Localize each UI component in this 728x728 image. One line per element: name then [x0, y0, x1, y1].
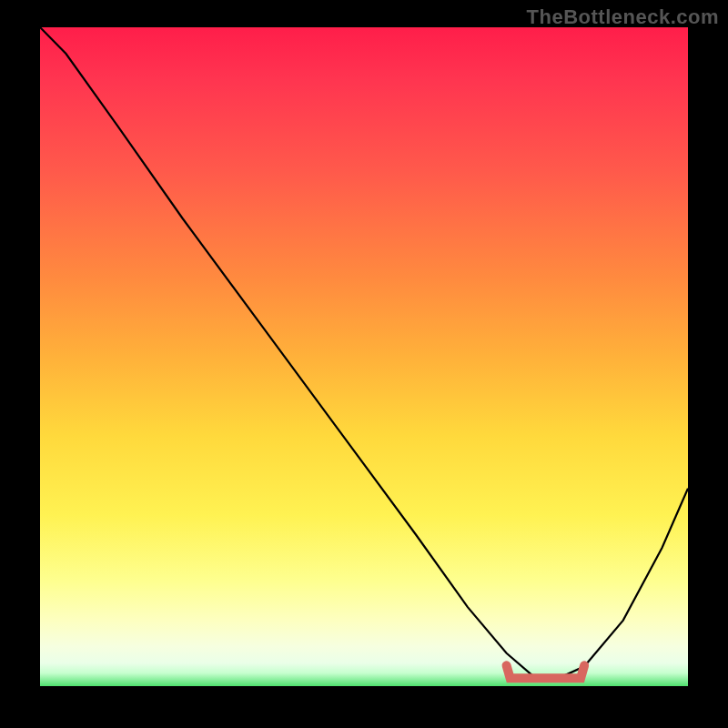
- chart-container: TheBottleneck.com: [0, 0, 728, 728]
- line-chart-svg: [40, 27, 688, 686]
- watermark-text: TheBottleneck.com: [527, 5, 719, 29]
- bottleneck-curve-line: [40, 27, 688, 678]
